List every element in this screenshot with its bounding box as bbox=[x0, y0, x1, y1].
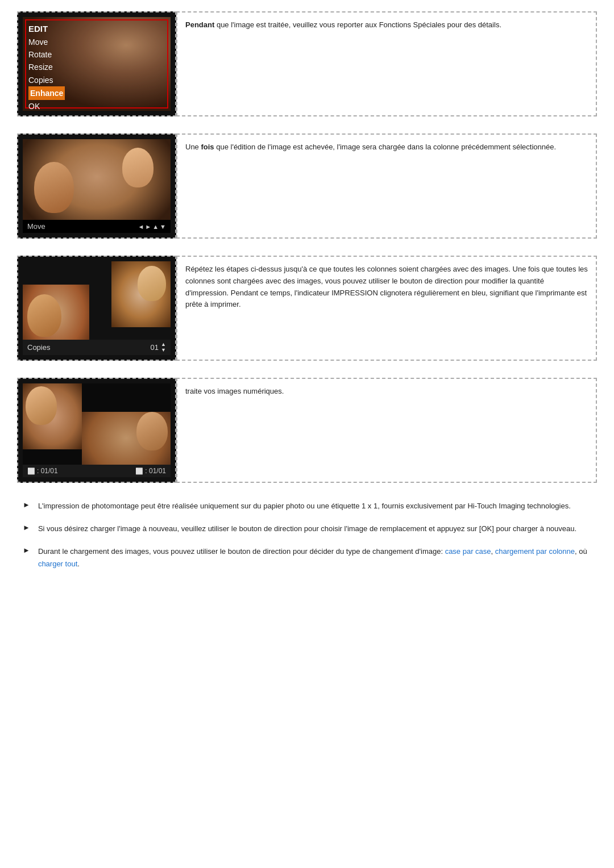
copies-up-arrow[interactable]: ▲ bbox=[161, 342, 166, 347]
status-right: ⬜ : 01/01 bbox=[135, 467, 166, 475]
panel2-image: Move ◄ ► ▲ ▼ bbox=[17, 133, 176, 239]
face-3-top bbox=[138, 266, 166, 301]
face-shape-child bbox=[122, 148, 154, 187]
status-value-left: : 01/01 bbox=[37, 467, 58, 475]
face-shape-adult bbox=[34, 162, 74, 213]
menu-item-enhance[interactable]: Enhance bbox=[28, 86, 65, 100]
panel4-image: ⬜ : 01/01 ⬜ : 01/01 bbox=[17, 378, 176, 483]
copies-label: Copies bbox=[27, 343, 50, 352]
menu-item-move[interactable]: Move bbox=[28, 36, 65, 48]
bullet-section: ► L'impression de photomontage peut être… bbox=[17, 500, 597, 570]
panel2-description: Une fois que l'édition de l'image est ac… bbox=[185, 141, 588, 153]
move-label: Move bbox=[27, 222, 45, 231]
link-charger-tout[interactable]: charger tout bbox=[38, 560, 77, 568]
bullet-text-3: Durant le chargement des images, vous po… bbox=[38, 545, 591, 570]
copies-down-arrow[interactable]: ▼ bbox=[161, 348, 166, 353]
bullet-text-1: L'impression de photomontage peut être r… bbox=[38, 500, 571, 512]
copies-bottom-bar: Copies 01 ▲ ▼ bbox=[23, 340, 171, 355]
menu-item-resize[interactable]: Resize bbox=[28, 61, 65, 73]
panel1-bold-word: Pendant bbox=[185, 20, 214, 29]
status-value-right: : 01/01 bbox=[145, 467, 166, 475]
panel4-description: traite vos images numériques. bbox=[185, 386, 588, 398]
bullet-arrow-3: ► bbox=[23, 546, 30, 554]
page-content: EDIT Move Rotate Resize Copies Enhance O… bbox=[17, 11, 597, 570]
face-3-bottom bbox=[27, 294, 61, 337]
bullet-arrow-1: ► bbox=[23, 500, 30, 509]
status-icon-left: ⬜ bbox=[27, 468, 35, 475]
move-bottom-bar: Move ◄ ► ▲ ▼ bbox=[23, 220, 171, 233]
copies-count: 01 bbox=[151, 343, 159, 352]
panel3-text: Répétez les étapes ci-dessus jusqu'à ce … bbox=[176, 256, 597, 361]
status-left: ⬜ : 01/01 bbox=[27, 467, 58, 475]
panel1-description: Pendant que l'image est traitée, veuille… bbox=[185, 19, 588, 31]
nav-up-arrow[interactable]: ▲ bbox=[152, 223, 159, 230]
panel2-text: Une fois que l'édition de l'image est ac… bbox=[176, 133, 597, 239]
link-chargement-par-colonne[interactable]: chargement par colonne bbox=[495, 547, 575, 556]
panel-row-2: Move ◄ ► ▲ ▼ Une fois que l'édition de l… bbox=[17, 133, 597, 239]
face-4-bottomright bbox=[136, 412, 168, 450]
panel-row-3: Copies 01 ▲ ▼ Répétez les étapes ci-dess… bbox=[17, 256, 597, 361]
bullet-arrow-2: ► bbox=[23, 523, 30, 532]
nav-down-arrow[interactable]: ▼ bbox=[160, 223, 166, 230]
edit-menu-overlay: EDIT Move Rotate Resize Copies Enhance O… bbox=[28, 23, 65, 111]
bullet-item-2: ► Si vous désirez charger l'image à nouv… bbox=[23, 523, 591, 535]
status-bar-4: ⬜ : 01/01 ⬜ : 01/01 bbox=[23, 465, 171, 477]
link-case-par-case[interactable]: case par case bbox=[445, 547, 491, 556]
nav-arrows[interactable]: ◄ ► ▲ ▼ bbox=[138, 223, 166, 230]
panel4-text: traite vos images numériques. bbox=[176, 378, 597, 483]
face-4-topleft bbox=[26, 386, 57, 425]
copies-arrows[interactable]: ▲ ▼ bbox=[161, 342, 166, 353]
panel1-text: Pendant que l'image est traitée, veuille… bbox=[176, 11, 597, 116]
status-icon-right: ⬜ bbox=[135, 468, 143, 475]
screen-mockup-3: Copies 01 ▲ ▼ bbox=[23, 261, 171, 355]
panel3-image: Copies 01 ▲ ▼ bbox=[17, 256, 176, 361]
menu-item-ok[interactable]: OK bbox=[28, 100, 65, 111]
bullet-item-3: ► Durant le chargement des images, vous … bbox=[23, 545, 591, 570]
screen-mockup-4: ⬜ : 01/01 ⬜ : 01/01 bbox=[23, 383, 171, 477]
bullet-item-1: ► L'impression de photomontage peut être… bbox=[23, 500, 591, 512]
panel-row-1: EDIT Move Rotate Resize Copies Enhance O… bbox=[17, 11, 597, 116]
panel1-image: EDIT Move Rotate Resize Copies Enhance O… bbox=[17, 11, 176, 116]
screen-mockup-1: EDIT Move Rotate Resize Copies Enhance O… bbox=[23, 17, 171, 111]
screen-mockup-2: Move ◄ ► ▲ ▼ bbox=[23, 139, 171, 233]
bullet-text-2: Si vous désirez charger l'image à nouvea… bbox=[38, 523, 576, 535]
menu-title: EDIT bbox=[28, 24, 48, 34]
nav-right-arrow[interactable]: ► bbox=[145, 223, 151, 230]
copies-counter: 01 ▲ ▼ bbox=[151, 342, 166, 353]
panel-row-4: ⬜ : 01/01 ⬜ : 01/01 traite vos images nu… bbox=[17, 378, 597, 483]
panel3-description: Répétez les étapes ci-dessus jusqu'à ce … bbox=[185, 264, 588, 311]
panel2-bold-word: fois bbox=[201, 143, 214, 151]
nav-left-arrow[interactable]: ◄ bbox=[138, 223, 144, 230]
menu-item-copies[interactable]: Copies bbox=[28, 74, 65, 86]
menu-item-rotate[interactable]: Rotate bbox=[28, 48, 65, 61]
